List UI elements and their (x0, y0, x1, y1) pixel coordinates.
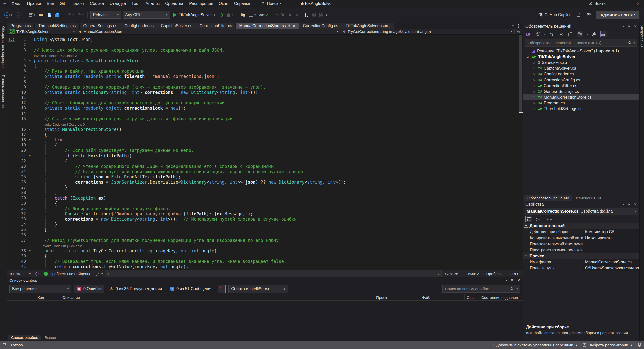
error-list-body[interactable] (7, 301, 523, 335)
code-editor[interactable]: {.} 1using System.Text.Json;23// Класс д… (7, 35, 523, 270)
property-value[interactable] (583, 241, 639, 247)
tab-configloader-cs[interactable]: ConfigLoader.cs (121, 23, 157, 29)
tree-item-program-cs[interactable]: ▷C#Program.cs (523, 100, 639, 106)
panel-tab-список-ошибок[interactable]: Список ошибок (8, 335, 41, 340)
breadcrumb-project-dropdown[interactable]: C# TikTokAngleSolver ▾ (7, 29, 77, 34)
properties-object-dropdown[interactable]: ManualCorrectionStore.cs Свойства файла … (525, 208, 638, 215)
fold-chevron-icon[interactable]: ∨ (26, 127, 34, 132)
panel-options-caret-icon[interactable]: ▾ (623, 203, 624, 206)
properties-button[interactable] (591, 31, 597, 37)
pin-icon[interactable] (627, 203, 630, 206)
tab-program-cs[interactable]: Program.cs (7, 23, 35, 29)
toolbox-vertical-tab[interactable]: Панель элементов (1, 75, 6, 108)
pin-icon[interactable] (510, 279, 514, 282)
collapsed-chevron-icon[interactable]: ▷ (532, 84, 536, 87)
column-header-проект[interactable]: Проект (374, 294, 420, 300)
notifications-bell-button[interactable] (635, 341, 644, 349)
solution-explorer-search-input[interactable]: Обозреватель решений — поиск (Ctrl+ж) ▾ (525, 39, 637, 47)
previous-bookmark-button[interactable] (311, 12, 317, 18)
menu-средства[interactable]: Средства (162, 0, 186, 7)
categorized-view-button[interactable] (525, 216, 532, 222)
tab-correctionconfig-cs[interactable]: CorrectionConfig.cs (299, 23, 342, 29)
switch-views-button[interactable] (525, 31, 532, 37)
property-row-имя-файла[interactable]: Имя файлаManualCorrectionStore.cs (523, 259, 639, 265)
property-section-прочее[interactable]: −Прочее (523, 253, 639, 259)
column-header-файл[interactable]: Файл (420, 294, 465, 300)
panel-tab-вывод[interactable]: Вывод (42, 335, 59, 340)
menu-файл[interactable]: Файл (9, 0, 24, 7)
column-header-описание[interactable]: Описание (60, 294, 374, 300)
breadcrumb-type-dropdown[interactable]: ◆ ManualCorrectionStore ▾ (77, 29, 340, 34)
error-search-input[interactable]: Поиск по списку ошибок ▾ (442, 285, 520, 293)
drag-handle[interactable] (547, 203, 619, 205)
tree-item-решение-tiktokanglesolver-1-проекта-1[interactable]: Решение "TikTokAngleSolver" (1 проекта 1… (523, 48, 639, 54)
tree-item-tiktokanglesolver[interactable]: ◢C#TikTokAngleSolver (523, 54, 639, 60)
menu-справка[interactable]: Справка (231, 0, 253, 7)
toolbar-overflow-icon[interactable]: ▾ (326, 13, 327, 17)
tab-correctionfilter-cs[interactable]: CorrectionFilter.cs (196, 23, 236, 29)
menu-вид[interactable]: Вид (44, 0, 57, 7)
line-endings-indicator[interactable]: CRLF (506, 270, 523, 277)
menu-окно[interactable]: Окно (216, 0, 231, 7)
menu-расширения[interactable]: Расширения (186, 0, 216, 7)
close-panel-icon[interactable]: ✕ (634, 202, 637, 207)
save-button[interactable] (46, 12, 53, 18)
property-value[interactable]: ManualCorrectionStore.cs (583, 259, 639, 265)
navigate-back-button[interactable]: ← ▾ (3, 11, 13, 19)
open-file-button[interactable] (38, 12, 45, 18)
menu-git[interactable]: Git (57, 0, 68, 7)
properties-pages-button[interactable] (567, 31, 574, 37)
filter-caret-icon[interactable]: ▾ (544, 33, 546, 36)
column-header[interactable] (25, 294, 35, 300)
column-header-код[interactable]: Код (35, 294, 60, 300)
start-without-debugging-button[interactable] (219, 12, 224, 18)
editor-vertical-scrollbar[interactable] (519, 35, 523, 270)
alphabetical-view-button[interactable]: AZ (535, 216, 541, 222)
close-tab-icon[interactable]: ✕ (293, 24, 295, 28)
next-bookmark-button[interactable] (318, 12, 324, 18)
collapsed-chevron-icon[interactable]: ▷ (532, 107, 536, 110)
toggle-bookmark-button[interactable] (304, 12, 309, 18)
tab-options-gear-icon[interactable] (517, 24, 520, 28)
navigate-forward-button[interactable]: → (15, 11, 22, 19)
show-all-files-caret-icon[interactable]: ▾ (587, 33, 588, 36)
pin-icon[interactable] (288, 24, 291, 28)
line-indicator[interactable]: Стр: 75 (441, 270, 462, 277)
property-row-пространство-имен-пользователя[interactable]: Пространство имен пользователя (523, 247, 639, 253)
error-scope-dropdown[interactable]: Все решение▾ (9, 285, 71, 293)
pending-changes-filter-button[interactable] (535, 31, 541, 37)
undo-button[interactable]: ↶▾ (67, 11, 75, 19)
scrollbar-thumb[interactable] (519, 35, 522, 112)
collapsed-chevron-icon[interactable]: ▷ (532, 72, 536, 76)
messages-filter-button[interactable]: i 0 из 51 Сообщения (167, 285, 215, 293)
menu-проект[interactable]: Проект (68, 0, 87, 7)
send-feedback-button[interactable] (585, 12, 592, 18)
warnings-filter-button[interactable]: ⚠ 0 из 36 Предупреждения (107, 285, 165, 293)
solution-platform-dropdown[interactable]: Any CPU▾ (123, 11, 170, 19)
collapsed-chevron-icon[interactable]: ▷ (532, 90, 536, 93)
fold-chevron-icon[interactable]: ∨ (26, 248, 34, 254)
panel-options-caret-icon[interactable]: ▾ (505, 279, 507, 282)
menu-правка[interactable]: Правка (24, 0, 44, 7)
menu-сборка[interactable]: Сборка (87, 0, 107, 7)
editor-horizontal-scrollbar[interactable]: ◂ ▸ (105, 270, 441, 277)
property-row-пользовательский-инструмент[interactable]: Пользовательский инструмент (523, 241, 639, 247)
github-copilot-button[interactable]: GitHub Copilot (537, 12, 572, 18)
select-repository-button[interactable]: Выбрать репозиторий ▲ (580, 341, 635, 349)
find-in-files-button[interactable] (240, 12, 246, 18)
show-all-files-toggle[interactable] (577, 31, 583, 37)
code-cleanup-button[interactable]: abc ✓ (258, 12, 270, 18)
drag-handle[interactable] (575, 25, 619, 27)
codelens-indicator[interactable]: Invoke Codeium | Ссылок: 1 (34, 243, 85, 249)
property-pages-key-button[interactable] (546, 216, 552, 222)
tab-captchasolver-cs[interactable]: CaptchaSolver.cs (157, 23, 196, 29)
collapsed-chevron-icon[interactable]: ▷ (532, 78, 536, 82)
collapsed-chevron-icon[interactable]: ▷ (532, 101, 536, 105)
property-value[interactable]: Компилятор C# (583, 229, 639, 235)
share-button[interactable] (575, 12, 582, 18)
menu-тест[interactable]: Тест (129, 0, 143, 7)
property-value[interactable]: C:\Users\Samson\source\repos\Ti (583, 265, 639, 271)
close-button[interactable]: ✕ (632, 0, 644, 7)
collapsed-chevron-icon[interactable]: ▷ (532, 96, 536, 99)
preview-selected-items-toggle[interactable] (600, 31, 607, 37)
